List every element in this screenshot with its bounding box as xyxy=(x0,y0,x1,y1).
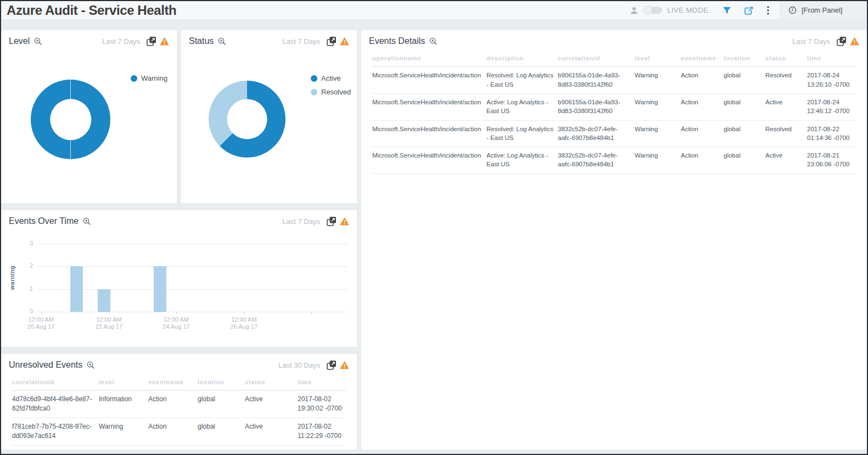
table-cell: global xyxy=(724,147,765,164)
x-tick-mark xyxy=(244,312,244,314)
events-details-table: operationnamedescriptioncorrelationidlev… xyxy=(361,53,867,174)
time-range-selector[interactable]: [From Panel] xyxy=(780,1,867,19)
zoom-in-icon[interactable] xyxy=(34,37,42,46)
y-tick-label: 2 xyxy=(22,262,33,269)
table-cell: Microsoft.ServiceHealth/incident/action xyxy=(372,67,486,84)
table-header-row: operationnamedescriptioncorrelationidlev… xyxy=(372,53,856,67)
table-cell: Information xyxy=(99,391,148,408)
table-cell: 2017-08-02 11:22:29 -0700 xyxy=(298,418,346,445)
open-in-search-icon[interactable] xyxy=(837,36,847,46)
table-cell: Action xyxy=(681,121,724,138)
table-cell: global xyxy=(724,67,765,84)
table-row[interactable]: Microsoft.ServiceHealth/incident/actionA… xyxy=(372,94,856,121)
y-tick-label: 0 xyxy=(22,308,33,314)
column-header: correlationid xyxy=(558,53,635,66)
column-header: time xyxy=(807,53,855,66)
column-header: level xyxy=(99,377,148,390)
status-donut-chart[interactable] xyxy=(209,81,285,158)
panel-time-range: Last 30 Days xyxy=(278,361,320,369)
filter-icon[interactable] xyxy=(723,7,731,14)
gridline xyxy=(37,266,348,267)
dashboard-window: Azure Audit - Service Health LIVE MODE xyxy=(0,0,868,455)
table-cell: 2017-08-24 13:26:10 -0700 xyxy=(807,67,855,93)
open-in-search-icon[interactable] xyxy=(327,360,337,370)
table-cell: Action xyxy=(681,67,724,84)
table-row[interactable]: Microsoft.ServiceHealth/incident/actionA… xyxy=(372,147,856,174)
events-over-time-chart[interactable]: warning 012312:00 AM20 Aug 1712:00 AM22 … xyxy=(1,226,357,336)
table-cell: Resolved xyxy=(765,67,807,84)
toggle-knob xyxy=(643,5,652,15)
bar[interactable] xyxy=(154,266,166,312)
table-cell: b906155a-01de-4a93-8d83-0380f3142f60 xyxy=(558,94,635,120)
x-tick-label: 12:00 AM24 Aug 17 xyxy=(156,316,197,330)
open-in-search-icon[interactable] xyxy=(147,36,156,46)
legend-item[interactable]: Warning xyxy=(131,74,167,82)
legend-item[interactable]: Active xyxy=(311,74,351,82)
legend-item[interactable]: Resolved xyxy=(311,88,351,96)
share-icon[interactable] xyxy=(744,6,754,15)
column-header: eventname xyxy=(148,377,198,390)
warning-icon[interactable] xyxy=(340,361,349,369)
x-tick-label: 12:00 AM22 Aug 17 xyxy=(88,316,129,330)
zoom-in-icon[interactable] xyxy=(218,37,226,46)
table-cell: Resolved xyxy=(765,121,807,138)
column-header: location xyxy=(198,377,245,390)
column-header: level xyxy=(635,53,681,66)
column-header: correlationid xyxy=(12,377,99,390)
clock-icon xyxy=(788,6,797,14)
table-cell: 2017-08-02 19:30:02 -0700 xyxy=(298,391,346,418)
table-cell: 4d78c6d9-4bf4-49e6-8e87-62fd7fdbfca0 xyxy=(12,391,99,418)
dashboard-title: Azure Audit - Service Health xyxy=(7,3,176,18)
zoom-in-icon[interactable] xyxy=(87,361,95,369)
zoom-in-icon[interactable] xyxy=(83,217,91,226)
legend-color-dot xyxy=(311,89,317,96)
column-header: time xyxy=(298,377,346,390)
table-cell: Resolved: Log Analytics - East US xyxy=(486,121,558,147)
warning-icon[interactable] xyxy=(850,37,859,46)
status-legend: ActiveResolved xyxy=(311,74,351,96)
table-cell: Warning xyxy=(99,418,148,436)
warning-icon[interactable] xyxy=(160,37,169,46)
panel-events-details-header: Events Details Last 7 Days xyxy=(361,30,867,46)
table-cell: Action xyxy=(148,391,198,408)
panel-level-header: Level Last 7 Days xyxy=(1,30,177,46)
donut-hole xyxy=(227,99,267,139)
open-in-search-icon[interactable] xyxy=(327,216,337,226)
live-mode-toggle[interactable] xyxy=(643,7,662,14)
open-in-search-icon[interactable] xyxy=(327,36,337,46)
dashboard-header: Azure Audit - Service Health LIVE MODE xyxy=(1,1,867,19)
gridline xyxy=(37,289,348,290)
panel-unresolved-events-header: Unresolved Events Last 30 Days xyxy=(1,354,357,370)
x-tick-mark xyxy=(41,312,42,314)
bar-chart-plot: 012312:00 AM20 Aug 1712:00 AM22 Aug 1712… xyxy=(37,244,348,312)
warning-icon[interactable] xyxy=(340,217,349,226)
gridline xyxy=(37,244,348,244)
more-options-icon[interactable] xyxy=(767,6,769,15)
panel-events-over-time: Events Over Time Last 7 Days warning 012… xyxy=(1,210,357,347)
zoom-in-icon[interactable] xyxy=(429,37,438,46)
table-cell: Active xyxy=(245,391,298,408)
gridline xyxy=(37,312,348,312)
table-cell: f781ceb7-7b75-4208-97ec-dd093e7ac614 xyxy=(12,418,99,445)
table-cell: global xyxy=(724,94,765,111)
table-cell: Warning xyxy=(635,121,681,138)
x-tick-label: 12:00 AM20 Aug 17 xyxy=(21,316,61,330)
table-row[interactable]: Microsoft.ServiceHealth/incident/actionR… xyxy=(372,121,856,148)
panel-title: Level xyxy=(9,36,30,46)
legend-label: Resolved xyxy=(321,88,351,96)
header-controls: LIVE MODE [From Panel] xyxy=(630,1,867,19)
level-donut-chart[interactable] xyxy=(31,80,110,159)
live-mode-label: LIVE MODE xyxy=(668,6,708,14)
table-row[interactable]: f781ceb7-7b75-4208-97ec-dd093e7ac614Warn… xyxy=(12,418,346,446)
table-row[interactable]: 4d78c6d9-4bf4-49e6-8e87-62fd7fdbfca0Info… xyxy=(12,391,346,418)
bar[interactable] xyxy=(98,289,110,312)
level-legend: Warning xyxy=(131,74,167,82)
table-row[interactable]: Microsoft.ServiceHealth/incident/actionR… xyxy=(372,67,856,94)
warning-icon[interactable] xyxy=(340,37,349,46)
table-cell: 3832c52b-dc07-4efe-aafc-6907b8e484b1 xyxy=(558,147,635,173)
legend-color-dot xyxy=(131,75,137,82)
table-cell: 2017-08-21 23:06:06 -0700 xyxy=(807,147,855,173)
bar[interactable] xyxy=(70,266,83,312)
panel-time-range: Last 7 Days xyxy=(282,217,320,226)
user-icon xyxy=(630,6,639,15)
